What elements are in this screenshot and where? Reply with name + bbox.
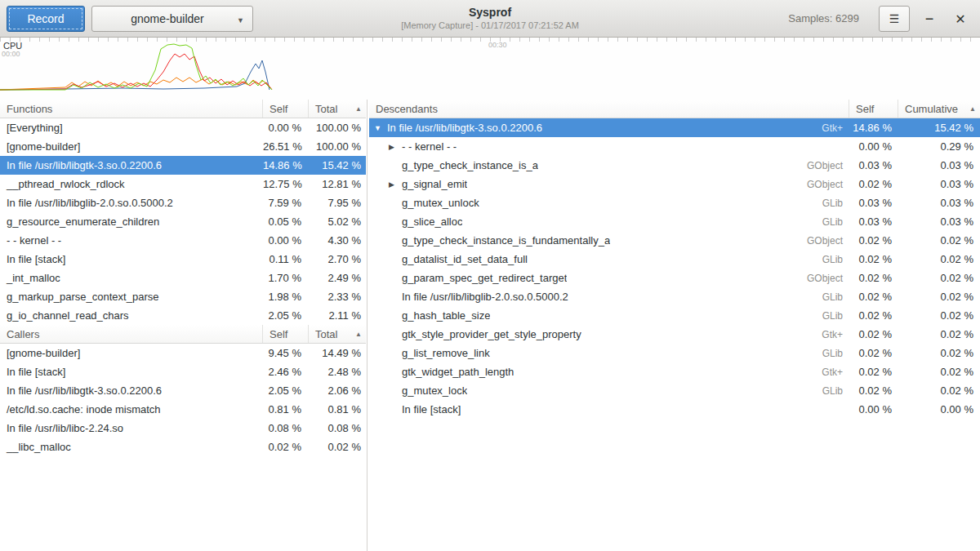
total-value: 2.11 %: [309, 309, 366, 322]
table-row[interactable]: ▶- - kernel - -0.00 %0.29 %: [369, 137, 980, 156]
total-value: 2.49 %: [309, 272, 366, 284]
total-column-header[interactable]: Total ▲: [309, 325, 366, 343]
table-row[interactable]: [gnome-builder]26.51 %100.00 %: [0, 137, 366, 156]
window-titles: Sysprof [Memory Capture] - 01/17/2017 07…: [245, 5, 735, 31]
minimize-button[interactable]: −: [918, 7, 941, 30]
table-row[interactable]: In file /usr/lib/libgtk-3.so.0.2200.614.…: [0, 156, 366, 175]
table-row[interactable]: - - kernel - -0.00 %4.30 %: [0, 231, 366, 250]
table-row[interactable]: [Everything]0.00 %100.00 %: [0, 118, 366, 137]
record-button[interactable]: Record: [7, 6, 85, 32]
table-row[interactable]: g_type_check_instance_is_aGObject0.03 %0…: [369, 156, 980, 175]
library-badge: GLib: [822, 310, 849, 322]
function-name: gtk_widget_path_length: [402, 366, 514, 378]
descendant-name-cell: In file /usr/lib/libglib-2.0.so.0.5000.2…: [369, 291, 849, 303]
sort-indicator-icon: ▲: [969, 105, 980, 113]
table-row[interactable]: g_hash_table_sizeGLib0.02 %0.02 %: [369, 306, 980, 325]
table-row[interactable]: In file /usr/lib/libglib-2.0.so.0.5000.2…: [369, 287, 980, 306]
table-row[interactable]: In file [stack]0.00 %0.00 %: [369, 400, 980, 419]
library-badge: GLib: [822, 216, 849, 228]
self-value: 0.02 %: [849, 291, 898, 303]
descendants-header-row: Descendants Self Cumulative ▲: [369, 100, 980, 118]
table-row[interactable]: ▶g_signal_emitGObject0.02 %0.03 %: [369, 175, 980, 193]
pane-splitter[interactable]: [367, 100, 368, 551]
descendant-name-cell: g_datalist_id_set_data_fullGLib: [369, 253, 849, 265]
table-row[interactable]: ▼In file /usr/lib/libgtk-3.so.0.2200.6Gt…: [369, 118, 980, 137]
expander-closed-icon[interactable]: ▶: [389, 143, 402, 151]
self-value: 0.11 %: [263, 253, 309, 265]
page-subtitle: [Memory Capture] - 01/17/2017 07:21:52 A…: [245, 20, 735, 31]
sort-indicator-icon: ▲: [355, 105, 366, 113]
total-value: 5.02 %: [309, 216, 366, 228]
table-row[interactable]: _int_malloc1.70 %2.49 %: [0, 269, 366, 287]
table-row[interactable]: g_type_check_instance_is_fundamentally_a…: [369, 231, 980, 250]
self-column-header[interactable]: Self: [849, 100, 898, 118]
chevron-down-icon: ▼: [237, 16, 244, 24]
menu-button[interactable]: ☰: [879, 6, 910, 32]
total-value: 12.81 %: [309, 178, 366, 190]
table-row[interactable]: In file [stack]2.46 %2.48 %: [0, 362, 366, 381]
total-value: 15.42 %: [309, 159, 366, 171]
function-name: _int_malloc: [0, 272, 263, 284]
table-row[interactable]: [gnome-builder]9.45 %14.49 %: [0, 344, 366, 362]
table-row[interactable]: gtk_widget_path_lengthGtk+0.02 %0.02 %: [369, 362, 980, 381]
cumulative-value: 0.02 %: [898, 291, 980, 303]
function-name: In file /usr/lib/libgtk-3.so.0.2200.6: [0, 159, 263, 171]
table-row[interactable]: In file /usr/lib/libglib-2.0.so.0.5000.2…: [0, 193, 366, 212]
table-row[interactable]: g_slice_allocGLib0.03 %0.03 %: [369, 212, 980, 231]
total-value: 2.33 %: [309, 291, 366, 303]
table-row[interactable]: g_param_spec_get_redirect_targetGObject0…: [369, 269, 980, 287]
cumulative-value: 0.02 %: [898, 347, 980, 359]
table-row[interactable]: g_list_remove_linkGLib0.02 %0.02 %: [369, 344, 980, 362]
cumulative-value: 0.03 %: [898, 159, 980, 171]
table-row[interactable]: __pthread_rwlock_rdlock12.75 %12.81 %: [0, 175, 366, 193]
self-column-header[interactable]: Self: [263, 100, 309, 118]
function-name: In file /usr/lib/libc-2.24.so: [0, 422, 263, 434]
self-value: 0.81 %: [263, 403, 309, 415]
table-row[interactable]: g_datalist_id_set_data_fullGLib0.02 %0.0…: [369, 250, 980, 269]
library-badge: Gtk+: [822, 122, 849, 134]
descendant-name-cell: ▶- - kernel - -: [369, 140, 849, 153]
table-row[interactable]: /etc/ld.so.cache: inode mismatch0.81 %0.…: [0, 400, 366, 419]
self-value: 1.98 %: [263, 291, 309, 303]
total-value: 2.48 %: [309, 366, 366, 378]
library-badge: Gtk+: [822, 367, 849, 378]
self-column-header[interactable]: Self: [263, 325, 309, 343]
self-value: 12.75 %: [263, 178, 309, 190]
table-row[interactable]: In file /usr/lib/libgtk-3.so.0.2200.62.0…: [0, 381, 366, 400]
self-value: 26.51 %: [263, 140, 309, 153]
functions-header-row: Functions Self Total ▲: [0, 100, 366, 118]
functions-column-header[interactable]: Functions: [0, 100, 263, 118]
cpu-graph-panel[interactable]: CPU 00:00 00:30: [0, 38, 980, 100]
table-row[interactable]: In file /usr/lib/libc-2.24.so0.08 %0.08 …: [0, 419, 366, 438]
cumulative-column-header[interactable]: Cumulative ▲: [898, 100, 980, 118]
callers-column-header[interactable]: Callers: [0, 325, 263, 343]
total-column-header[interactable]: Total ▲: [309, 100, 366, 118]
total-value: 0.02 %: [309, 441, 366, 453]
function-name: g_resource_enumerate_children: [0, 216, 263, 228]
table-row[interactable]: g_resource_enumerate_children0.05 %5.02 …: [0, 212, 366, 231]
function-name: g_mutex_unlock: [402, 197, 479, 209]
close-button[interactable]: ✕: [949, 7, 972, 30]
function-name: In file /usr/lib/libglib-2.0.so.0.5000.2: [0, 197, 263, 209]
function-name: [gnome-builder]: [0, 140, 263, 153]
expander-closed-icon[interactable]: ▶: [389, 180, 402, 189]
table-row[interactable]: g_io_channel_read_chars2.05 %2.11 %: [0, 306, 366, 325]
cumulative-value: 0.02 %: [898, 328, 980, 340]
function-name: __pthread_rwlock_rdlock: [0, 178, 263, 190]
descendants-column-header[interactable]: Descendants: [369, 100, 849, 118]
total-value: 0.81 %: [309, 403, 366, 415]
table-row[interactable]: g_markup_parse_context_parse1.98 %2.33 %: [0, 287, 366, 306]
function-name: g_slice_alloc: [402, 216, 462, 228]
table-row[interactable]: g_mutex_lockGLib0.02 %0.02 %: [369, 381, 980, 400]
self-value: 0.05 %: [263, 216, 309, 228]
table-row[interactable]: In file [stack]0.11 %2.70 %: [0, 250, 366, 269]
function-name: [Everything]: [0, 122, 263, 134]
function-name: g_param_spec_get_redirect_target: [402, 272, 567, 284]
table-row[interactable]: gtk_style_provider_get_style_propertyGtk…: [369, 325, 980, 344]
table-row[interactable]: __libc_malloc0.02 %0.02 %: [0, 438, 366, 456]
cumulative-value: 0.29 %: [898, 140, 980, 153]
table-row[interactable]: g_mutex_unlockGLib0.03 %0.03 %: [369, 193, 980, 212]
target-selector[interactable]: gnome-builder ▼: [91, 6, 253, 32]
self-value: 14.86 %: [849, 122, 898, 134]
expander-open-icon[interactable]: ▼: [374, 124, 387, 132]
